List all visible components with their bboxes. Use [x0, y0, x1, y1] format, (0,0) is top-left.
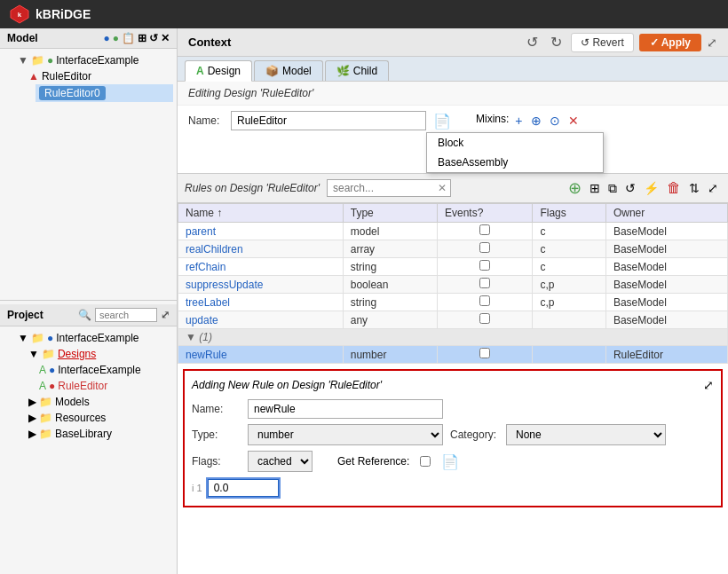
tree-label-ruleeditor: RuleEditor — [42, 70, 91, 83]
proj-baselibrary[interactable]: ▶ 📁 BaseLibrary — [25, 426, 173, 442]
tab-model[interactable]: 📦 Model — [254, 60, 323, 81]
proj-models[interactable]: ▶ 📁 Models — [25, 394, 173, 410]
add-rule-button[interactable]: ⊕ — [566, 177, 584, 199]
mixin-add2-button[interactable]: ⊕ — [528, 113, 544, 129]
rule-events-suppressupdate[interactable] — [438, 276, 533, 294]
rule-events-refchain[interactable] — [438, 258, 533, 276]
name-input[interactable] — [231, 111, 426, 130]
new-rule-expand-button[interactable]: ⤢ — [703, 378, 714, 392]
rule-events-realchildren[interactable] — [438, 240, 533, 258]
model-icon-close[interactable]: ✕ — [161, 32, 170, 44]
revert-button[interactable]: ↺ Revert — [571, 33, 634, 52]
col-type[interactable]: Type — [343, 204, 437, 223]
col-flags[interactable]: Flags — [533, 204, 605, 223]
folder-icon: 📁 — [31, 332, 44, 344]
rules-table: Name ↑ Type Events? Flags Owner parent m… — [178, 203, 728, 364]
rule-type-realchildren: array — [343, 240, 437, 258]
rule-flags-suppressupdate: c,p — [533, 276, 605, 294]
table-row[interactable]: update any BaseModel — [178, 311, 728, 329]
tab-design[interactable]: A Design — [185, 60, 252, 82]
rule-flags-realchildren: c — [533, 240, 605, 258]
project-search-input[interactable] — [95, 308, 157, 322]
undo-button[interactable]: ↺ — [523, 32, 542, 52]
redo-button[interactable]: ↻ — [547, 32, 566, 52]
rule-name-refchain[interactable]: refChain — [186, 261, 226, 273]
rule-name-newrule[interactable]: newRule — [186, 349, 227, 361]
col-events[interactable]: Events? — [438, 204, 533, 223]
model-icon-3[interactable]: 📋 — [122, 32, 135, 44]
copy-rule-button[interactable]: ⊞ — [587, 177, 603, 199]
rule-events-newrule[interactable] — [438, 346, 533, 364]
content-area: Editing Design 'RuleEditor' Name: 📄 Mixi… — [178, 82, 728, 574]
lightning-button[interactable]: ⚡ — [641, 177, 661, 199]
delete-rule-button[interactable]: 🗑 — [664, 177, 684, 199]
proj-resources[interactable]: ▶ 📁 Resources — [25, 410, 173, 426]
rule-name-update[interactable]: update — [186, 314, 218, 326]
value-input[interactable] — [208, 479, 279, 497]
proj-designs[interactable]: ▼ 📁 Designs — [25, 346, 173, 362]
rule-events-parent[interactable] — [438, 223, 533, 240]
rules-search-input[interactable] — [328, 180, 434, 196]
model-icon-2[interactable]: ● — [113, 32, 119, 44]
proj-interface-example[interactable]: ▼ 📁 ● InterfaceExample — [14, 330, 173, 346]
model-icon-4[interactable]: ⊞ — [138, 32, 146, 44]
tab-model-label: Model — [282, 65, 312, 77]
model-icon-5[interactable]: ↺ — [149, 32, 158, 44]
folder-icon: 📁 — [42, 348, 55, 360]
mixin-remove-button[interactable]: ✕ — [566, 113, 582, 129]
undo-rule-button[interactable]: ↺ — [622, 177, 638, 199]
nr-getref-checkbox[interactable] — [420, 456, 431, 467]
rule-events-update[interactable] — [438, 311, 533, 329]
mixin-up-button[interactable]: ⊙ — [547, 113, 563, 129]
nr-flags-select[interactable]: cached — [248, 451, 313, 472]
chevron-icon: ▼ — [28, 348, 39, 360]
tab-child-label: Child — [353, 65, 377, 77]
doc-icon[interactable]: 📄 — [433, 113, 451, 130]
table-row[interactable]: parent model c BaseModel — [178, 223, 728, 240]
group-header-row: ▼ (1) — [178, 329, 728, 346]
proj-interfaceexample-design[interactable]: A ● InterfaceExample — [36, 362, 173, 378]
rule-name-treelabel[interactable]: treeLabel — [186, 296, 230, 309]
rule-name-realchildren[interactable]: realChildren — [186, 243, 243, 256]
mixin-baseassembly-item[interactable]: BaseAssembly — [427, 153, 603, 172]
expand-rules-button[interactable]: ⤢ — [705, 177, 721, 199]
tree-item-interface-example[interactable]: ▼ 📁 ● InterfaceExample — [14, 52, 173, 68]
proj-ruleeditor-design[interactable]: A ● RuleEditor — [36, 378, 173, 394]
expand-context-button[interactable]: ⤢ — [707, 35, 717, 50]
mixin-add-button[interactable]: + — [512, 113, 525, 129]
mixin-block-item[interactable]: Block — [427, 133, 603, 153]
search-box: ✕ — [327, 179, 451, 197]
rule-name-suppressupdate[interactable]: suppressUpdate — [186, 279, 263, 291]
search-clear-button[interactable]: ✕ — [434, 182, 450, 194]
duplicate-rule-button[interactable]: ⧉ — [605, 177, 620, 199]
rule-name-parent[interactable]: parent — [186, 225, 216, 238]
tree-item-ruleeditor0[interactable]: RuleEditor0 — [36, 84, 173, 102]
tree-item-ruleeditor[interactable]: ▲ RuleEditor — [25, 68, 173, 84]
new-rule-type-row: Type: number string boolean array any mo… — [192, 424, 714, 445]
rule-owner-treelabel: BaseModel — [605, 294, 727, 311]
col-owner[interactable]: Owner — [605, 204, 727, 223]
apply-button[interactable]: ✓ Apply — [639, 34, 701, 51]
rule-type-treelabel: string — [343, 294, 437, 311]
nr-name-input[interactable] — [248, 399, 443, 419]
col-name[interactable]: Name ↑ — [178, 204, 344, 223]
expand-icon[interactable]: ⤢ — [161, 309, 170, 321]
sort-button[interactable]: ⇅ — [686, 177, 702, 199]
table-row[interactable]: treeLabel string c,p BaseModel — [178, 294, 728, 311]
highlighted-row[interactable]: newRule number RuleEditor — [178, 346, 728, 364]
new-rule-name-row: Name: — [192, 399, 714, 419]
nr-doc-button[interactable]: 📄 — [441, 453, 459, 470]
table-row[interactable]: refChain string c BaseModel — [178, 258, 728, 276]
table-row[interactable]: realChildren array c BaseModel — [178, 240, 728, 258]
rule-events-treelabel[interactable] — [438, 294, 533, 311]
tree-label: InterfaceExample — [56, 54, 138, 67]
nr-category-select[interactable]: None — [506, 424, 666, 445]
nr-type-select[interactable]: number string boolean array any model — [248, 424, 443, 445]
chevron-down-group[interactable]: ▼ — [186, 331, 196, 343]
circle-icon: ● — [47, 54, 53, 67]
rules-toolbar: ⊕ ⊞ ⧉ ↺ ⚡ 🗑 ⇅ ⤢ — [566, 177, 721, 199]
rule-type-update: any — [343, 311, 437, 329]
table-row[interactable]: suppressUpdate boolean c,p BaseModel — [178, 276, 728, 294]
model-icon-1[interactable]: ● — [104, 32, 110, 44]
tab-child[interactable]: 🌿 Child — [325, 60, 389, 81]
